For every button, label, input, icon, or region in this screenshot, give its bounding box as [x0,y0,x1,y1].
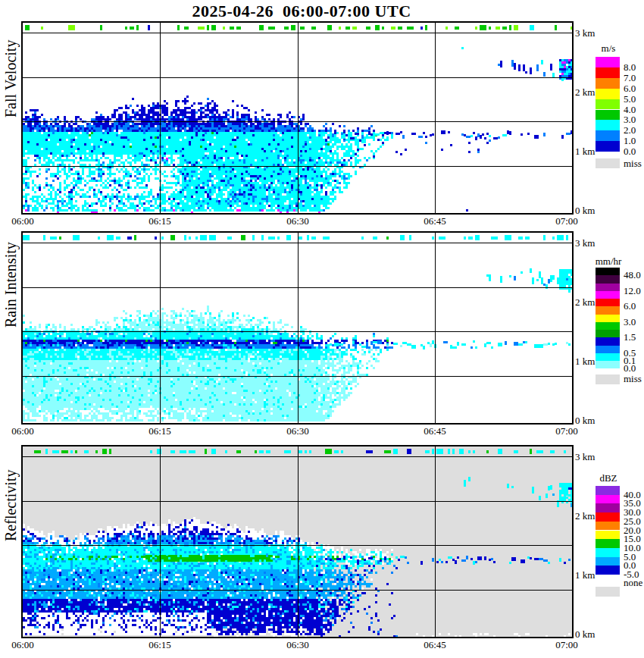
colorbar-1-miss-label: miss [624,373,642,385]
colorbar-1-box-1 [596,275,620,283]
km-label-1km: 1 km [575,356,595,368]
x-tick-label-0615: 06:15 [148,425,171,437]
colorbar-2-box-2 [596,503,620,512]
colorbar-2-miss-box [596,587,620,597]
colorbar-0-miss-box [596,158,620,168]
colorbar-2-box-1 [596,495,620,504]
colorbar-2-box-0 [596,486,620,495]
colorbar-1-box-9 [596,337,620,345]
colorbar-0-label-0.0: 0.0 [624,146,636,158]
colorbar-0-box-8 [596,141,620,152]
km-label-0km: 0 km [575,628,595,641]
colorbar-2-miss-label: none [624,577,642,589]
colorbar-1-miss-box [596,374,620,384]
colorbar-1-box-11 [596,353,620,361]
colorbar-0-box-6 [596,120,620,130]
colorbar-2-box-4 [596,522,620,531]
x-tick-label-0700: 07:00 [555,639,578,651]
colorbar-1-box-3 [596,291,620,299]
km-label-3km: 3 km [575,237,595,249]
colorbar-1-unit-title: mm/hr [591,255,626,268]
km-label-2km: 2 km [575,86,595,99]
x-tick-label-0600: 06:00 [11,639,34,651]
colorbar-2-box-7 [596,548,620,557]
colorbar-2-box-8 [596,557,620,566]
colorbar-1-box-10 [596,346,620,353]
colorbar-0-box-5 [596,110,620,121]
colorbar-2-box-6 [596,539,620,548]
rain-intensity-heatmap [23,233,572,423]
km-label-2km: 2 km [575,510,595,522]
colorbar-0-box-3 [596,89,620,99]
colorbar-1-box-7 [596,322,620,330]
colorbar-1-label-48.0: 48.0 [624,269,641,281]
x-tick-label-0600: 06:00 [11,425,34,437]
colorbar-1-box-4 [596,299,620,306]
km-label-0km: 0 km [575,415,595,427]
colorbar-2-box-9 [596,566,620,575]
x-tick-label-0630: 06:30 [286,425,309,437]
x-tick-label-0645: 06:45 [424,639,446,651]
fall-velocity-panel [21,21,574,215]
colorbar-0-box-1 [596,67,620,78]
colorbar-1-label-6.0: 6.0 [624,300,636,312]
km-label-0km: 0 km [575,205,595,217]
fall-velocity-heatmap [23,23,572,213]
km-label-2km: 2 km [575,296,595,309]
x-tick-label-0700: 07:00 [555,425,578,437]
reflectivity-panel [21,445,574,638]
colorbar-1-box-2 [596,284,620,291]
colorbar-1-label-12.0: 12.0 [624,285,641,297]
colorbar-1-label-1.5: 1.5 [624,331,636,343]
colorbar-1-box-12 [596,361,620,368]
x-tick-label-0600: 06:00 [11,215,34,227]
colorbar-2-box-3 [596,512,620,522]
colorbar-2-unit-title: dBZ [591,472,626,484]
km-label-1km: 1 km [575,146,595,158]
colorbar-0-box-7 [596,130,620,141]
x-tick-label-0615: 06:15 [148,639,171,651]
km-label-3km: 3 km [575,451,595,463]
colorbar-0-box-0 [596,57,620,67]
colorbar-0-unit-title: m/s [591,42,626,55]
colorbar-1-box-0 [596,268,620,275]
mrr-quicklook-figure: 2025-04-26 06:00-07:00 UTC Fall Velocity… [0,0,644,658]
km-label-1km: 1 km [575,569,595,581]
km-label-3km: 3 km [575,27,595,39]
colorbar-1-box-6 [596,315,620,322]
x-tick-label-0645: 06:45 [424,215,446,227]
x-tick-label-0630: 06:30 [286,639,309,651]
figure-title: 2025-04-26 06:00-07:00 UTC [192,2,411,21]
colorbar-0-box-4 [596,99,620,110]
colorbar-1-box-8 [596,330,620,337]
reflectivity-heatmap [23,446,572,637]
colorbar-2-box-5 [596,531,620,540]
rain-intensity-panel [21,231,574,425]
colorbar-0-miss-label: miss [624,158,642,170]
x-tick-label-0630: 06:30 [286,215,309,227]
colorbar-1-box-5 [596,306,620,314]
x-tick-label-0645: 06:45 [424,425,446,437]
x-tick-label-0615: 06:15 [148,215,171,227]
x-tick-label-0700: 07:00 [555,215,578,227]
colorbar-0-box-2 [596,78,620,89]
colorbar-1-label-3.0: 3.0 [624,316,636,328]
